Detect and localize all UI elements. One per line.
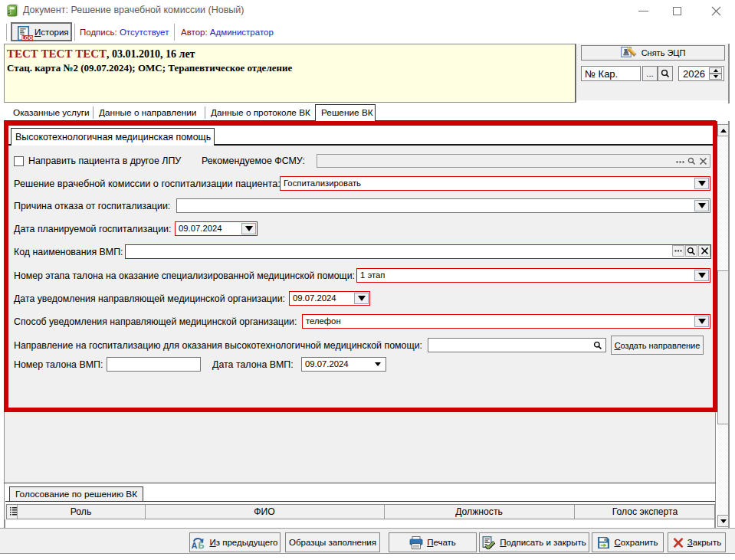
svg-text:А: А — [192, 541, 198, 549]
svg-text:Б: Б — [199, 541, 205, 549]
svg-text:LOG: LOG — [22, 35, 33, 41]
